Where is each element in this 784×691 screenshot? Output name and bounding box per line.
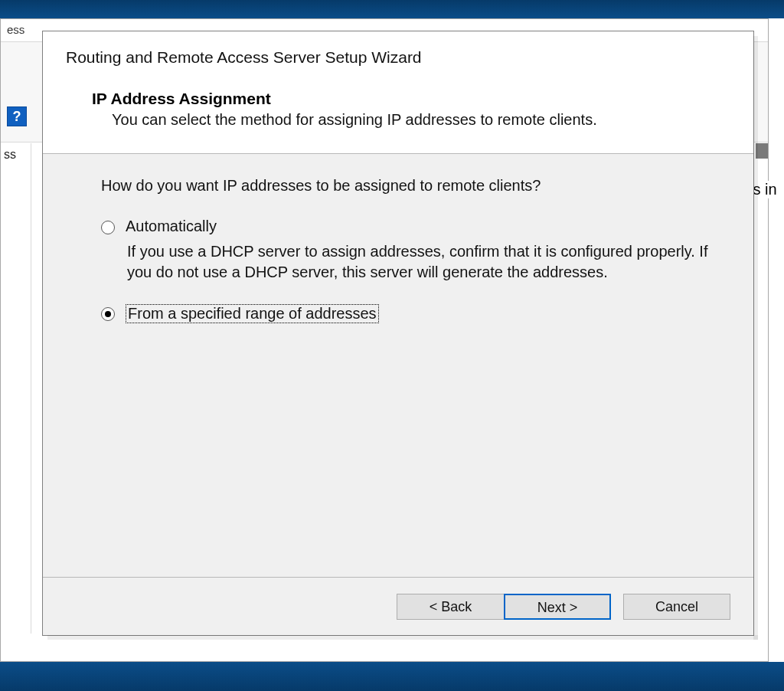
tree-pane-fragment: ss [1, 143, 31, 634]
next-button[interactable]: Next > [504, 594, 611, 620]
wizard-question: How do you want IP addresses to be assig… [101, 177, 723, 195]
cancel-button[interactable]: Cancel [623, 594, 730, 620]
radio-icon [101, 307, 115, 321]
wizard-step-heading: IP Address Assignment [92, 90, 730, 108]
desktop-top-strip [0, 0, 784, 18]
radio-automatically[interactable]: Automatically [101, 218, 723, 235]
taskbar-strip [0, 662, 784, 691]
wizard-title: Routing and Remote Access Server Setup W… [66, 48, 730, 67]
help-icon[interactable]: ? [7, 106, 27, 126]
wizard-footer: < Back Next > Cancel [43, 577, 753, 635]
radio-label: From a specified range of addresses [126, 304, 379, 323]
wizard-body: How do you want IP addresses to be assig… [43, 154, 753, 323]
wizard-step-description: You can select the method for assigning … [112, 111, 730, 129]
wizard-header: Routing and Remote Access Server Setup W… [43, 31, 753, 154]
back-button[interactable]: < Back [397, 594, 504, 620]
radio-label: Automatically [126, 218, 217, 235]
radio-specified-range[interactable]: From a specified range of addresses [101, 304, 723, 323]
radio-automatically-desc: If you use a DHCP server to assign addre… [127, 241, 723, 283]
radio-icon [101, 221, 115, 234]
setup-wizard-dialog: Routing and Remote Access Server Setup W… [42, 31, 754, 636]
